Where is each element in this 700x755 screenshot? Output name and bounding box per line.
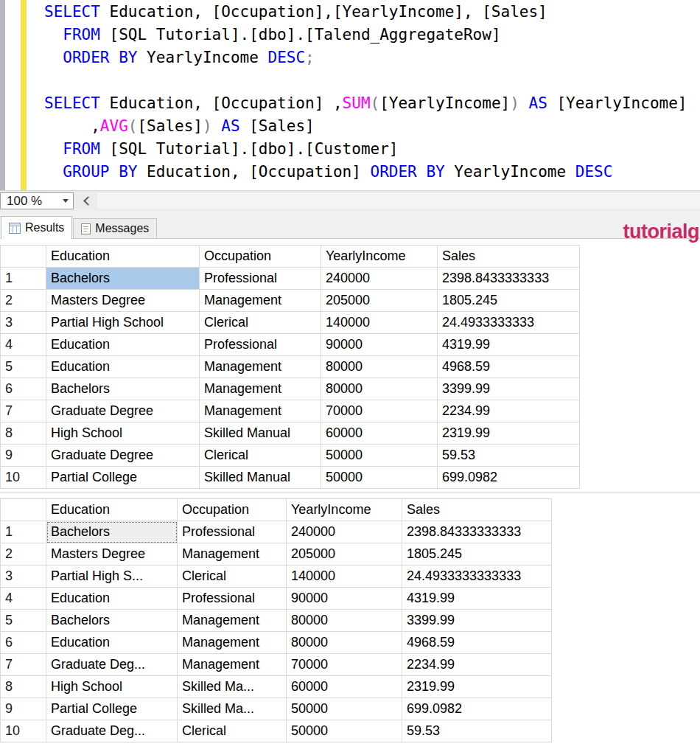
column-header[interactable]: Sales [402,499,552,521]
row-number[interactable]: 7 [1,654,46,676]
tab-messages[interactable]: Messages [73,218,157,238]
grid-cell[interactable]: 60000 [321,422,438,445]
column-header[interactable]: Occupation [178,499,287,521]
grid-cell[interactable]: 50000 [321,467,438,489]
row-number[interactable]: 6 [1,378,46,400]
column-header[interactable]: YearlyIncome [321,246,438,268]
grid-cell[interactable]: 4968.59 [438,356,580,378]
grid-cell[interactable]: 4319.99 [402,588,552,610]
grid-cell[interactable]: Bachelors [46,610,178,632]
column-header[interactable]: Sales [438,246,580,268]
grid-cell[interactable]: Partial College [46,467,200,489]
grid-cell[interactable]: Professional [200,334,321,356]
grid-cell[interactable]: 699.0982 [402,698,552,720]
grid-cell[interactable]: 3399.99 [402,610,552,632]
row-number[interactable]: 9 [1,445,46,467]
grid-cell[interactable]: Skilled Ma... [178,698,287,720]
grid-cell[interactable]: 2234.99 [438,400,580,422]
grid-cell[interactable]: Management [200,290,321,312]
grid-cell[interactable]: Education [46,632,178,654]
grid-cell[interactable]: 50000 [287,720,402,742]
grid-corner-cell[interactable] [1,246,46,268]
row-number[interactable]: 4 [1,334,46,356]
grid-cell[interactable]: 70000 [321,400,438,422]
grid-cell[interactable]: 60000 [287,676,402,698]
grid-cell[interactable]: 50000 [287,698,402,720]
grid-cell[interactable]: Management [200,400,321,422]
grid-cell[interactable]: Management [178,654,287,676]
grid-cell[interactable]: Clerical [200,312,321,334]
grid-cell[interactable]: 3399.99 [438,378,580,400]
grid-cell[interactable]: Skilled Ma... [178,676,287,698]
grid-cell[interactable]: 2234.99 [402,654,552,676]
grid-cell[interactable]: Bachelors [46,521,178,543]
grid-cell[interactable]: 240000 [287,521,402,543]
sql-editor-code[interactable]: SELECT Education, [Occupation],[YearlyIn… [44,1,687,184]
grid-cell[interactable]: Management [200,378,321,400]
grid-cell[interactable]: Partial High S... [46,566,178,588]
grid-cell[interactable]: High School [46,422,200,445]
grid-cell[interactable]: 80000 [321,356,438,378]
grid-cell[interactable]: Management [178,543,287,566]
row-number[interactable]: 8 [1,676,46,698]
row-number[interactable]: 9 [1,698,46,720]
grid-cell[interactable]: Clerical [178,720,287,742]
row-number[interactable]: 8 [1,422,46,445]
grid-cell[interactable]: 1805.245 [402,543,552,566]
grid-cell[interactable]: Management [200,356,321,378]
grid-cell[interactable]: 205000 [287,543,402,566]
grid-cell[interactable]: 90000 [321,334,438,356]
row-number[interactable]: 7 [1,400,46,422]
row-number[interactable]: 1 [1,521,46,543]
grid-corner-cell[interactable] [1,499,46,521]
grid-cell[interactable]: 140000 [321,312,438,334]
row-number[interactable]: 5 [1,610,46,632]
row-number[interactable]: 1 [1,268,46,290]
row-number[interactable]: 2 [1,290,46,312]
column-header[interactable]: YearlyIncome [287,499,402,521]
grid-cell[interactable]: 140000 [287,566,402,588]
grid-cell[interactable]: Education [46,356,200,378]
grid-cell[interactable]: 205000 [321,290,438,312]
grid-cell[interactable]: 90000 [287,588,402,610]
tab-results[interactable]: Results [1,216,72,239]
grid-cell[interactable]: Professional [178,588,287,610]
row-number[interactable]: 4 [1,588,46,610]
row-number[interactable]: 3 [1,312,46,334]
grid-cell[interactable]: Management [178,632,287,654]
grid-cell[interactable]: Partial High School [46,312,200,334]
sql-editor[interactable]: SELECT Education, [Occupation],[YearlyIn… [0,0,700,190]
scroll-left-button[interactable] [78,192,96,209]
grid-cell[interactable]: Graduate Degree [46,445,200,467]
grid-splitter[interactable] [0,489,700,498]
grid-cell[interactable]: 4319.99 [438,334,580,356]
grid-cell[interactable]: Professional [200,268,321,290]
grid-cell[interactable]: 2398.8433333333 [438,268,580,290]
row-number[interactable]: 5 [1,356,46,378]
column-header[interactable]: Education [46,246,200,268]
grid-cell[interactable]: 2398.84333333333 [402,521,552,543]
grid-cell[interactable]: 1805.245 [438,290,580,312]
grid-cell[interactable]: Professional [178,521,287,543]
grid-cell[interactable]: 70000 [287,654,402,676]
grid-cell[interactable]: Education [46,588,178,610]
grid-cell[interactable]: High School [46,676,178,698]
horizontal-scrollbar[interactable] [97,193,700,209]
grid-cell[interactable]: 59.53 [438,445,580,467]
grid-cell[interactable]: Masters Degree [46,543,178,566]
grid-cell[interactable]: Bachelors [46,268,200,290]
row-number[interactable]: 3 [1,566,46,588]
grid-cell[interactable]: Management [178,610,287,632]
grid-cell[interactable]: 240000 [321,268,438,290]
grid-cell[interactable]: 80000 [321,378,438,400]
grid-cell[interactable]: Skilled Manual [200,467,321,489]
grid-cell[interactable]: Graduate Degree [46,400,200,422]
row-number[interactable]: 6 [1,632,46,654]
grid-cell[interactable]: Masters Degree [46,290,200,312]
grid-cell[interactable]: 4968.59 [402,632,552,654]
row-number[interactable]: 10 [1,467,46,489]
grid-cell[interactable]: Clerical [200,445,321,467]
grid-cell[interactable]: Graduate Deg... [46,720,178,742]
row-number[interactable]: 2 [1,543,46,566]
grid-cell[interactable]: 24.4933333333333 [402,566,552,588]
